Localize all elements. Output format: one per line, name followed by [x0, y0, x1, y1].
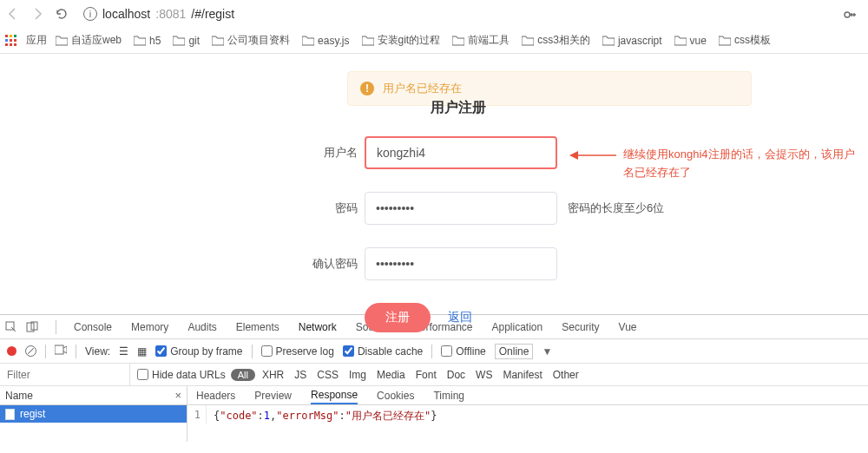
back-icon[interactable] — [5, 6, 21, 22]
devtools-tab[interactable]: Console — [74, 321, 112, 333]
devtools-tab[interactable]: Elements — [236, 321, 279, 333]
close-icon[interactable]: × — [174, 389, 181, 402]
filter-all[interactable]: All — [231, 369, 255, 381]
info-icon[interactable]: i — [83, 7, 97, 21]
svg-point-0 — [845, 12, 850, 17]
password-hint: 密码的长度至少6位 — [568, 200, 664, 216]
confirm-input[interactable] — [365, 247, 557, 280]
page-content: ! 用户名已经存在 用户注册 用户名 密码 密码的长度至少6位 确认密码 注册 … — [0, 54, 868, 314]
name-column: Name — [5, 390, 33, 402]
warning-icon: ! — [360, 82, 374, 95]
confirm-label: 确认密码 — [295, 256, 358, 272]
record-icon[interactable] — [7, 346, 16, 356]
username-label: 用户名 — [295, 145, 358, 161]
alert-banner: ! 用户名已经存在 — [347, 71, 752, 106]
devtools-body: Name× regist HeadersPreviewResponseCooki… — [0, 386, 868, 442]
response-pane: HeadersPreviewResponseCookiesTiming 1 {"… — [187, 386, 868, 442]
device-icon[interactable] — [26, 321, 38, 333]
arrow-icon — [569, 149, 616, 161]
filter-type[interactable]: Other — [553, 369, 579, 381]
filter-type[interactable]: Doc — [447, 369, 465, 381]
response-tab[interactable]: Headers — [196, 386, 235, 404]
svg-marker-2 — [569, 151, 578, 160]
bookmark-item[interactable]: 安装git的过程 — [362, 33, 441, 48]
response-tab[interactable]: Timing — [433, 386, 464, 404]
bookmark-item[interactable]: vue — [674, 33, 707, 48]
password-label: 密码 — [295, 200, 358, 216]
request-list: Name× regist — [0, 386, 187, 442]
filter-type[interactable]: Img — [349, 369, 366, 381]
url-path: /#/regist — [191, 7, 234, 21]
response-body: 1 {"code":1,"errorMsg":"用户名已经存在"} — [187, 405, 868, 423]
bookmark-item[interactable]: 公司项目资料 — [212, 33, 290, 48]
devtools-tab[interactable]: Memory — [131, 321, 168, 333]
filter-type[interactable]: Media — [377, 369, 405, 381]
preserve-log-checkbox[interactable]: Preserve log — [261, 345, 334, 358]
request-item[interactable]: regist — [0, 405, 187, 423]
devtools-tab[interactable]: Audits — [187, 321, 216, 333]
clear-icon[interactable] — [25, 345, 36, 357]
address-bar[interactable]: i localhost:8081/#/regist — [83, 7, 234, 21]
page-title: 用户注册 — [431, 99, 486, 117]
inspect-icon[interactable] — [5, 321, 17, 333]
bookmarks-bar: 应用 自适应webh5git公司项目资料easy.js安装git的过程前端工具c… — [0, 28, 868, 54]
filter-type[interactable]: JS — [294, 369, 306, 381]
username-input[interactable] — [365, 136, 557, 169]
key-icon[interactable] — [842, 7, 858, 25]
apps-label[interactable]: 应用 — [26, 33, 47, 48]
bookmark-item[interactable]: h5 — [134, 33, 161, 48]
browser-nav: i localhost:8081/#/regist — [0, 0, 868, 28]
filter-type[interactable]: CSS — [317, 369, 339, 381]
alert-text: 用户名已经存在 — [383, 81, 462, 96]
devtools-filter-bar: Hide data URLs All XHRJSCSSImgMediaFontD… — [0, 364, 868, 386]
document-icon — [5, 409, 15, 420]
camera-icon[interactable] — [55, 345, 67, 358]
url-port: :8081 — [155, 7, 186, 21]
throttle-select[interactable]: Online — [495, 344, 534, 359]
filter-type[interactable]: WS — [476, 369, 492, 381]
apps-icon[interactable] — [5, 35, 17, 47]
filter-type[interactable]: Manifest — [503, 369, 542, 381]
response-code: {"code":1,"errorMsg":"用户名已经存在"} — [207, 405, 444, 423]
offline-checkbox[interactable]: Offline — [441, 345, 485, 358]
filter-input[interactable] — [0, 364, 130, 385]
hide-urls-checkbox[interactable]: Hide data URLs — [137, 369, 226, 381]
chevron-down-icon[interactable]: ▼ — [542, 345, 552, 358]
disable-cache-checkbox[interactable]: Disable cache — [343, 345, 423, 358]
grid-view-icon[interactable]: ▦ — [137, 345, 147, 358]
reload-icon[interactable] — [54, 6, 69, 22]
annotation-text: 继续使用konghi4注册的话，会提示的，该用户名已经存在了 — [623, 146, 858, 182]
bookmark-item[interactable]: css3相关的 — [522, 33, 590, 48]
bookmark-item[interactable]: easy.js — [302, 33, 349, 48]
bookmark-item[interactable]: 前端工具 — [452, 33, 510, 48]
back-link[interactable]: 返回 — [448, 310, 472, 325]
line-number: 1 — [187, 405, 207, 423]
devtools: ConsoleMemoryAuditsElementsNetworkSource… — [0, 314, 868, 442]
response-tab[interactable]: Response — [311, 386, 358, 404]
url-host: localhost — [102, 7, 150, 21]
view-label: View: — [85, 345, 110, 358]
list-view-icon[interactable]: ☰ — [119, 345, 128, 358]
bookmark-item[interactable]: css模板 — [719, 33, 771, 48]
password-input[interactable] — [365, 192, 557, 225]
devtools-toolbar: View: ☰ ▦ Group by frame Preserve log Di… — [0, 339, 868, 364]
forward-icon[interactable] — [30, 6, 45, 22]
group-by-frame-checkbox[interactable]: Group by frame — [155, 345, 242, 358]
bookmark-item[interactable]: git — [173, 33, 200, 48]
response-tab[interactable]: Preview — [254, 386, 292, 404]
bookmark-item[interactable]: 自适应web — [56, 33, 122, 48]
response-tab[interactable]: Cookies — [377, 386, 414, 404]
annotation: 继续使用konghi4注册的话，会提示的，该用户名已经存在了 — [569, 146, 858, 182]
svg-rect-6 — [55, 345, 63, 354]
submit-button[interactable]: 注册 — [365, 303, 431, 332]
bookmark-item[interactable]: javascript — [602, 33, 662, 48]
filter-type[interactable]: XHR — [262, 369, 284, 381]
filter-type[interactable]: Font — [416, 369, 437, 381]
